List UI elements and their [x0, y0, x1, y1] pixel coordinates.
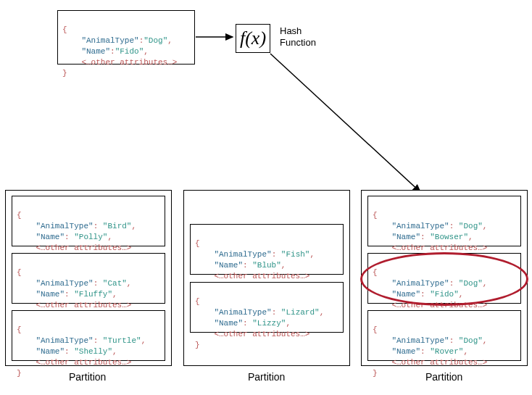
hash-function-label: Hash Function — [280, 25, 316, 49]
other-attrs: <…other attributes…> — [81, 58, 177, 67]
partition-1-label: Partition — [69, 371, 106, 383]
partition-3-item-3: { "AnimalType": "Dog", "Name": "Rover", … — [367, 310, 521, 361]
partition-3-item-2: { "AnimalType": "Dog", "Name": "Fido", <… — [367, 253, 521, 304]
partition-2-item-1: { "AnimalType": "Fish", "Name": "Blub", … — [190, 224, 344, 275]
partition-2-label: Partition — [248, 371, 285, 383]
partition-2-item-2: { "AnimalType": "Lizard", "Name": "Lizzy… — [190, 282, 344, 333]
partition-1-item-1: { "AnimalType": "Bird", "Name": "Polly",… — [12, 196, 165, 246]
fx-label: f(x) — [240, 28, 266, 49]
val-name: "Fido" — [115, 47, 144, 56]
val-animaltype: "Dog" — [144, 36, 167, 45]
partition-1-item-2: { "AnimalType": "Cat", "Name": "Fluffy",… — [12, 253, 165, 304]
arrow-hash-to-partition — [270, 54, 420, 192]
partition-3-label: Partition — [425, 371, 462, 383]
input-json: { "AnimalType":"Dog", "Name":"Fido", <…o… — [57, 10, 195, 65]
partition-1-item-3: { "AnimalType": "Turtle", "Name": "Shell… — [12, 310, 165, 361]
key-name: "Name" — [81, 47, 110, 56]
partition-3-item-1: { "AnimalType": "Dog", "Name": "Bowser",… — [367, 196, 521, 246]
key-animaltype: "AnimalType" — [81, 36, 138, 45]
hash-function-box: f(x) — [236, 24, 270, 53]
